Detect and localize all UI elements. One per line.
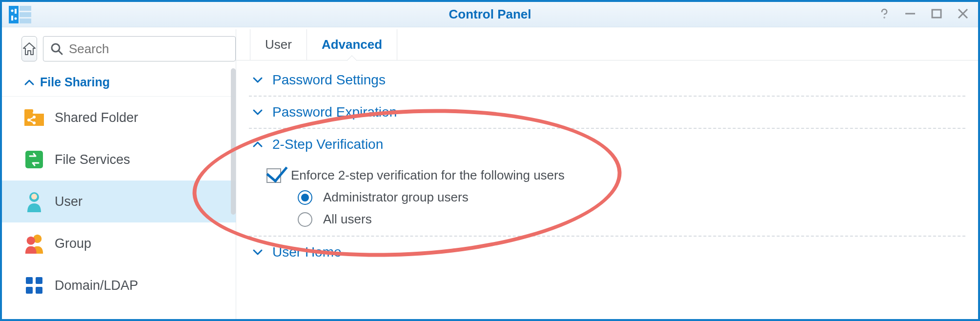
- section-password-settings[interactable]: Password Settings: [249, 64, 965, 97]
- search-input-container[interactable]: [43, 36, 236, 61]
- user-icon: [23, 191, 45, 212]
- maximize-button[interactable]: [930, 7, 943, 22]
- svg-rect-29: [36, 287, 42, 294]
- enforce-2step-checkbox[interactable]: [266, 168, 281, 183]
- sidebar-item-label: Group: [55, 236, 91, 251]
- sidebar: File Sharing Shared Folder File Services…: [2, 29, 236, 319]
- sidebar-section-file-sharing[interactable]: File Sharing: [2, 68, 236, 97]
- svg-rect-3: [20, 19, 31, 23]
- home-button[interactable]: [21, 36, 37, 61]
- section-password-expiration[interactable]: Password Expiration: [249, 97, 965, 129]
- sidebar-item-group[interactable]: Group: [2, 222, 236, 264]
- radio-all-label: All users: [323, 212, 372, 227]
- section-label: 2-Step Verification: [272, 137, 383, 152]
- search-icon: [50, 42, 63, 55]
- sidebar-item-file-services[interactable]: File Services: [2, 139, 236, 181]
- search-input[interactable]: [68, 41, 228, 57]
- sidebar-item-label: User: [55, 194, 82, 209]
- help-icon[interactable]: [878, 8, 890, 21]
- section-label: Password Expiration: [272, 104, 397, 120]
- svg-point-25: [27, 237, 35, 245]
- radio-all-users[interactable]: [298, 212, 312, 227]
- home-icon: [22, 42, 37, 56]
- svg-point-23: [31, 194, 37, 200]
- section-label: User Home: [272, 244, 342, 260]
- tab-user[interactable]: User: [250, 29, 307, 60]
- tabs: User Advanced: [236, 29, 978, 60]
- svg-rect-1: [20, 6, 31, 11]
- section-label: Password Settings: [272, 72, 386, 88]
- control-panel-app-icon: [9, 6, 31, 23]
- svg-point-4: [11, 9, 14, 12]
- chevron-down-icon: [252, 246, 264, 258]
- window-title: Control Panel: [2, 7, 978, 22]
- svg-point-8: [884, 17, 885, 18]
- sidebar-item-label: Shared Folder: [55, 110, 138, 125]
- main-content: User Advanced Password Settings Password…: [236, 29, 978, 319]
- tab-advanced[interactable]: Advanced: [307, 29, 397, 60]
- section-user-home[interactable]: User Home: [249, 237, 965, 268]
- svg-line-14: [59, 51, 62, 54]
- shared-folder-icon: [23, 107, 45, 128]
- enforce-2step-label: Enforce 2-step verification for the foll…: [291, 168, 565, 183]
- svg-rect-27: [36, 277, 42, 284]
- section-2step-verification[interactable]: 2-Step Verification: [249, 129, 965, 160]
- svg-rect-7: [15, 9, 17, 14]
- svg-rect-15: [24, 109, 33, 113]
- radio-admin-users[interactable]: [298, 190, 312, 205]
- titlebar: Control Panel: [2, 2, 978, 27]
- close-button[interactable]: [957, 7, 969, 22]
- sidebar-item-label: File Services: [55, 152, 130, 167]
- svg-rect-28: [26, 287, 33, 294]
- svg-rect-5: [11, 16, 13, 20]
- svg-rect-0: [9, 6, 19, 23]
- sidebar-item-shared-folder[interactable]: Shared Folder: [2, 97, 236, 139]
- chevron-up-icon: [23, 77, 35, 88]
- file-services-icon: [23, 149, 45, 170]
- chevron-up-icon: [252, 139, 264, 150]
- sidebar-section-label: File Sharing: [40, 75, 110, 89]
- svg-point-6: [15, 17, 17, 20]
- radio-admin-label: Administrator group users: [323, 190, 469, 205]
- group-icon: [23, 233, 45, 254]
- sidebar-item-label: Domain/LDAP: [55, 278, 138, 293]
- svg-rect-10: [932, 10, 941, 18]
- svg-rect-2: [20, 12, 31, 17]
- minimize-button[interactable]: [904, 7, 917, 22]
- 2step-body: Enforce 2-step verification for the foll…: [249, 160, 965, 237]
- sidebar-scrollbar[interactable]: [231, 68, 236, 215]
- sidebar-item-domain-ldap[interactable]: Domain/LDAP: [2, 264, 236, 306]
- domain-ldap-icon: [23, 275, 45, 296]
- control-panel-window: Control Panel: [0, 0, 980, 321]
- chevron-down-icon: [252, 74, 264, 86]
- sidebar-item-user[interactable]: User: [2, 181, 236, 222]
- chevron-down-icon: [252, 106, 264, 118]
- svg-rect-26: [26, 277, 33, 284]
